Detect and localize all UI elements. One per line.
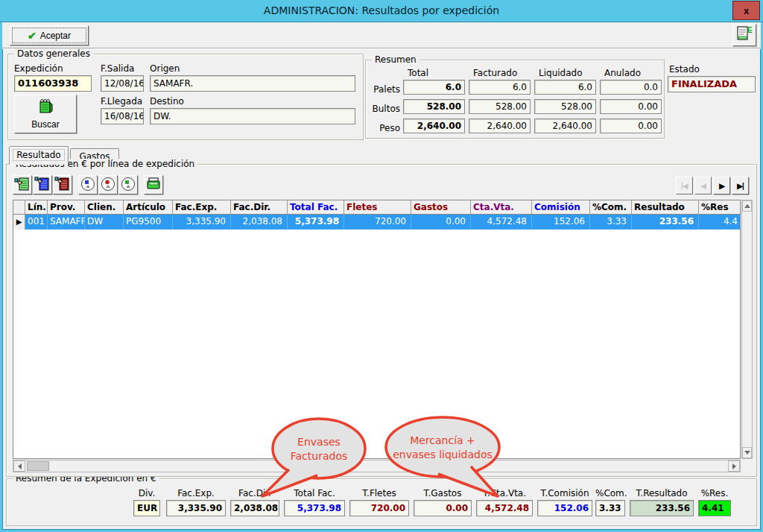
cell-prov[interactable]: SAMAFR <box>48 215 85 229</box>
peso-liquidado: 2,640.00 <box>534 118 596 133</box>
expedicion-field[interactable]: 011603938 <box>14 75 92 92</box>
col-header-gastos[interactable]: Gastos <box>411 200 471 214</box>
buscar-button[interactable]: Buscar <box>14 95 77 133</box>
fllegada-field[interactable]: 16/08/16 <box>101 108 144 124</box>
cell-pres[interactable]: 4.4 <box>699 215 741 229</box>
cell-fletes[interactable]: 720.00 <box>344 215 411 229</box>
aceptar-button[interactable]: ✔ Aceptar <box>10 25 89 45</box>
window-title: ADMINISTRACION: Resultados por expedició… <box>0 4 763 16</box>
palets-label: Palets <box>366 84 400 95</box>
datos-generales-group: Datos generales Expedición 011603938 F.S… <box>7 54 364 140</box>
facexp-label: Fac.Exp. <box>166 488 226 498</box>
pres-value: 4.41 <box>698 500 731 516</box>
expedicion-label: Expedición <box>14 63 63 74</box>
facdir-label: Fac.Dir. <box>230 488 279 498</box>
tfletes-value: 720.00 <box>349 500 409 516</box>
cell-pcom[interactable]: 3.33 <box>590 215 632 229</box>
col-header-pres[interactable]: %Res <box>699 200 741 214</box>
scroll-right-button[interactable] <box>728 460 740 472</box>
svg-text:E: E <box>747 26 753 34</box>
nav-prev-button[interactable]: ◀ <box>694 177 712 194</box>
scroll-left-button[interactable] <box>13 460 25 472</box>
pie-blue-icon <box>80 176 96 194</box>
col-header-articulo[interactable]: Artículo <box>124 200 173 214</box>
col-header-facdir[interactable]: Fac.Dir. <box>231 200 288 214</box>
bultos-label: Bultos <box>366 104 400 114</box>
col-header-lin[interactable]: Lín. <box>25 200 48 214</box>
palets-liquidado: 6.0 <box>534 80 596 95</box>
bultos-facturado: 528.00 <box>469 99 531 114</box>
grid-data-row[interactable]: ▶ 001 SAMAFR DW PG9500 3,335.90 2,038.08… <box>13 215 740 229</box>
scroll-left-icon <box>18 463 22 469</box>
tctavta-label: T.Cta.Vta. <box>476 488 533 498</box>
cell-facdir[interactable]: 2,038.08 <box>231 215 288 229</box>
print-grid-button[interactable] <box>144 175 163 194</box>
col-header-resultado[interactable]: Resultado <box>632 200 699 214</box>
cell-gastos[interactable]: 0.00 <box>411 215 471 229</box>
doc-hand-blue-icon <box>34 176 51 194</box>
fsalida-label: F.Salida <box>101 63 134 74</box>
col-header-prov[interactable]: Prov. <box>48 200 85 214</box>
nav-next-button[interactable]: ▶ <box>713 177 730 194</box>
col-header-pcom[interactable]: %Com. <box>590 200 632 214</box>
cell-totalfac[interactable]: 5,373.98 <box>288 215 344 229</box>
cell-comision[interactable]: 152.06 <box>532 215 590 229</box>
col-header-fletes[interactable]: Fletes <box>344 200 411 214</box>
hscroll-thumb[interactable] <box>27 461 49 471</box>
div-value: EUR <box>133 500 160 516</box>
pres-label: %Res. <box>698 488 731 498</box>
tfletes-label: T.Fletes <box>349 488 409 498</box>
col-header-facexp[interactable]: Fac.Exp. <box>173 200 231 214</box>
totalfac-label: Total Fac. <box>284 488 345 498</box>
col-header-totalfac[interactable]: Total Fac. <box>288 200 344 214</box>
col-header-ctavta[interactable]: Cta.Vta. <box>471 200 532 214</box>
close-icon: x <box>744 5 749 16</box>
scroll-down-icon <box>744 451 750 455</box>
destino-field[interactable]: DW. <box>150 108 355 124</box>
resumen-col-anulado: Anulado <box>604 68 641 78</box>
scroll-right-icon <box>732 463 736 469</box>
print-report-button[interactable]: E <box>732 24 756 46</box>
col-header-clien[interactable]: Clien. <box>85 200 124 214</box>
tab-resultado[interactable]: Resultado <box>9 146 69 165</box>
chart-blue-button[interactable] <box>78 175 98 194</box>
cell-clien[interactable]: DW <box>85 215 124 229</box>
fsalida-field[interactable]: 12/08/16 <box>101 75 144 92</box>
facexp-value: 3,335.90 <box>166 500 226 516</box>
scroll-up-button[interactable] <box>742 200 752 212</box>
grid-horizontal-scrollbar[interactable] <box>13 460 741 472</box>
scroll-down-button[interactable] <box>742 447 752 458</box>
chart-green-button[interactable] <box>118 175 138 194</box>
aceptar-label: Aceptar <box>40 31 71 41</box>
palets-total: 6.0 <box>403 80 465 95</box>
edit-line-button[interactable] <box>33 175 52 194</box>
facdir-value: 2,038.08 <box>230 500 279 516</box>
destino-label: Destino <box>150 96 184 107</box>
cell-ctavta[interactable]: 4,572.48 <box>471 215 532 229</box>
cell-lin[interactable]: 001 <box>25 215 48 229</box>
nav-first-button[interactable]: |◀ <box>676 177 693 194</box>
chart-red-button[interactable] <box>98 175 118 194</box>
cell-articulo[interactable]: PG9500 <box>124 215 173 229</box>
grid-vertical-scrollbar[interactable] <box>741 200 753 459</box>
tgastos-label: T.Gastos <box>414 488 472 498</box>
resultados-group: Resultados en € por línea de expedición <box>6 164 757 477</box>
estado-label: Estado <box>669 64 700 75</box>
origen-label: Origen <box>150 63 180 74</box>
close-button[interactable]: x <box>732 1 760 20</box>
bultos-anulado: 0.00 <box>600 99 662 114</box>
add-line-button[interactable] <box>13 175 32 194</box>
col-header-comision[interactable]: Comisión <box>532 200 590 214</box>
print-report-icon: E <box>736 25 753 45</box>
scroll-up-icon <box>744 204 750 208</box>
fllegada-label: F.Llegada <box>101 96 142 107</box>
resumen-col-facturado: Facturado <box>473 68 517 78</box>
tcomision-value: 152.06 <box>537 500 592 516</box>
title-bar: ADMINISTRACION: Resultados por expedició… <box>0 0 763 22</box>
cell-facexp[interactable]: 3,335.90 <box>173 215 231 229</box>
origen-field[interactable]: SAMAFR. <box>150 75 355 92</box>
resumen-col-total: Total <box>408 68 428 78</box>
nav-last-button[interactable]: ▶| <box>732 177 749 194</box>
delete-line-button[interactable] <box>53 175 72 194</box>
cell-resultado[interactable]: 233.56 <box>632 215 699 229</box>
